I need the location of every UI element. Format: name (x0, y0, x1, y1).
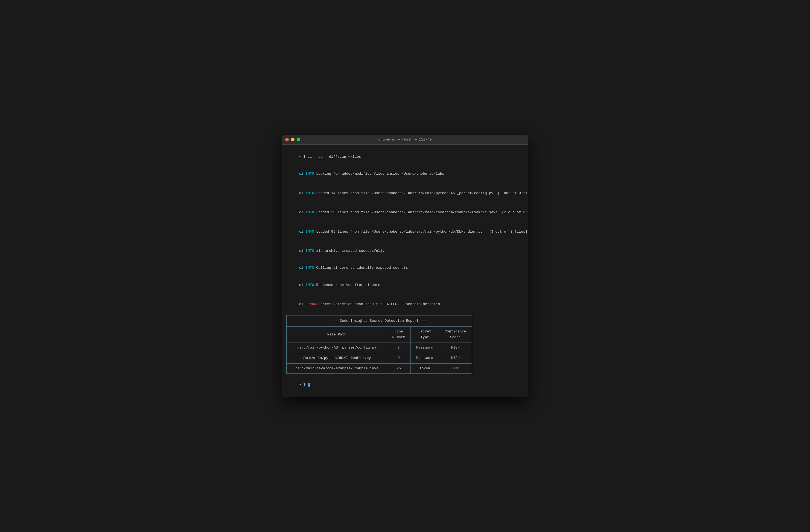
info-label: INFO (306, 210, 314, 214)
log-line-7: ci INFO Response received from ci core (286, 277, 524, 294)
table-row: /src/main/python/AST_parser/config.py 7 … (287, 343, 472, 353)
report-title: === Code Insights Secret Detection Repor… (287, 315, 472, 327)
cell-secret-3: Token (410, 363, 439, 374)
final-prompt-line: ~ $ (286, 376, 524, 393)
info-label: INFO (306, 266, 314, 270)
col-header-line: LineNumber (387, 327, 411, 343)
ci-label: ci (299, 191, 304, 195)
cell-line-2: 9 (387, 353, 411, 363)
cell-line-1: 7 (387, 343, 411, 353)
ci-label-error: ci (299, 302, 304, 306)
ci-label: ci (299, 210, 304, 214)
info-label: INFO (306, 191, 314, 195)
report-table: File Path LineNumber SecretType Confiden… (287, 327, 472, 374)
command-line: ~ $ ci --sd --diffscan ~/labs (286, 148, 524, 165)
traffic-lights (285, 138, 300, 142)
cell-confidence-1: HIGH (439, 343, 472, 353)
col-header-filepath: File Path (287, 327, 387, 343)
titlebar: choberso — -bash — 151×49 (282, 135, 528, 145)
close-button[interactable] (285, 138, 289, 142)
cell-confidence-2: HIGH (439, 353, 472, 363)
table-row: /src/main/java/com/example/Example.java … (287, 363, 472, 374)
cell-secret-1: Password (410, 343, 439, 353)
cell-line-3: 26 (387, 363, 411, 374)
info-label: INFO (306, 172, 314, 176)
log-line-2: ci INFO Loaded 14 lines from file /Users… (286, 185, 524, 202)
log-line-3: ci INFO Loaded 28 lines from file /Users… (286, 204, 524, 221)
col-header-secret: SecretType (410, 327, 439, 343)
cell-confidence-3: LOW (439, 363, 472, 374)
log-line-4: ci INFO Loaded 99 lines from file /Users… (286, 223, 524, 240)
ci-label: ci (299, 249, 304, 253)
table-header-row: File Path LineNumber SecretType Confiden… (287, 327, 472, 343)
cell-filepath-2: /src/main/python/db/DbHandler.py (287, 353, 387, 363)
info-label: INFO (306, 230, 314, 234)
log-line-5: ci INFO zip archive created successfully (286, 243, 524, 260)
error-line: ci ERROR Secret Detection scan result : … (286, 296, 524, 313)
final-prompt: ~ $ (299, 382, 308, 386)
log-line-1: ci INFO Looking for added/modified files… (286, 166, 524, 183)
titlebar-text: choberso — -bash — 151×49 (378, 137, 432, 142)
minimize-button[interactable] (291, 138, 294, 142)
error-label: ERROR (306, 302, 316, 306)
info-label: INFO (306, 283, 314, 287)
ci-label: ci (299, 283, 304, 287)
cell-filepath-1: /src/main/python/AST_parser/config.py (287, 343, 387, 353)
ci-label: ci (299, 172, 304, 176)
cell-secret-2: Password (410, 353, 439, 363)
log-line-6: ci INFO Calling ci core to identify expo… (286, 260, 524, 277)
ci-label: ci (299, 266, 304, 270)
report-container: === Code Insights Secret Detection Repor… (286, 315, 472, 374)
table-row: /src/main/python/db/DbHandler.py 9 Passw… (287, 353, 472, 363)
prompt: ~ $ ci --sd --diffscan ~/labs (299, 155, 361, 159)
terminal-body[interactable]: ~ $ ci --sd --diffscan ~/labs ci INFO Lo… (282, 145, 528, 397)
ci-label: ci (299, 230, 304, 234)
cursor (308, 383, 310, 386)
terminal-window: choberso — -bash — 151×49 ~ $ ci --sd --… (282, 135, 528, 397)
info-label: INFO (306, 249, 314, 253)
cell-filepath-3: /src/main/java/com/example/Example.java (287, 363, 387, 374)
maximize-button[interactable] (297, 138, 300, 142)
col-header-confidence: ConfidenceScore (439, 327, 472, 343)
